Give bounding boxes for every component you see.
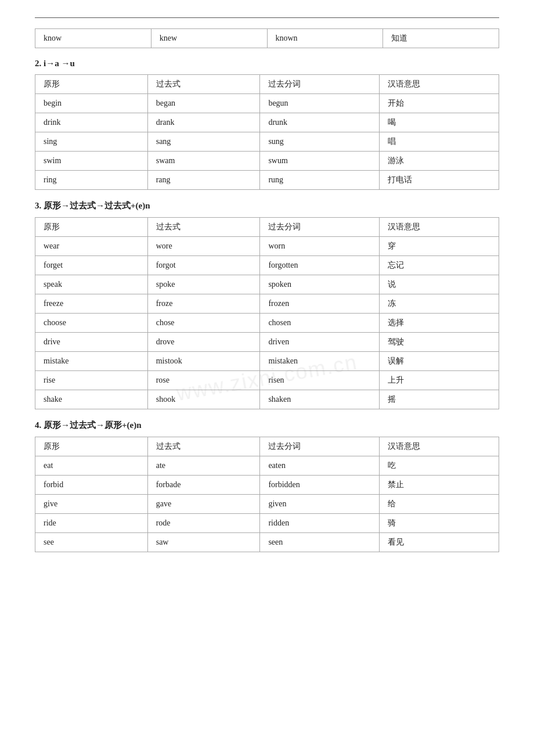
- table-cell: begin: [35, 94, 148, 113]
- section2-title: 2. i→a →u: [35, 59, 499, 69]
- table-cell: drank: [147, 113, 260, 132]
- table-cell: 忘记: [380, 256, 499, 275]
- table-cell: choose: [35, 314, 148, 333]
- table-cell: 开始: [380, 94, 499, 113]
- table-section3: 原形过去式过去分词汉语意思 wearworeworn穿forgetforgotf…: [35, 217, 499, 409]
- table-header-cell: 过去式: [147, 437, 260, 456]
- table-cell: chosen: [260, 314, 380, 333]
- table-cell: eaten: [260, 456, 380, 476]
- table-cell: driven: [260, 333, 380, 352]
- table-header-cell: 过去分词: [260, 218, 380, 237]
- table-cell: ate: [147, 456, 260, 476]
- table-header-cell: 过去式: [147, 75, 260, 94]
- table-cell: 喝: [380, 113, 499, 132]
- table-cell: 给: [380, 495, 499, 514]
- table-cell: 选择: [380, 314, 499, 333]
- table-header-cell: 原形: [35, 218, 148, 237]
- table-cell: seen: [260, 533, 380, 552]
- table-cell: forgotten: [260, 256, 380, 275]
- table-cell: 打电话: [380, 171, 499, 190]
- table-cell: sang: [147, 132, 260, 152]
- table-cell: begun: [260, 94, 380, 113]
- table-cell: drove: [147, 333, 260, 352]
- top-divider: [35, 17, 499, 18]
- table-cell: 游泳: [380, 152, 499, 171]
- table-header-cell: 原形: [35, 75, 148, 94]
- table-cell: wear: [35, 237, 148, 256]
- table-cell: freeze: [35, 294, 148, 314]
- table-cell: 说: [380, 275, 499, 294]
- table-cell: 看见: [380, 533, 499, 552]
- table-header-cell: 汉语意思: [380, 218, 499, 237]
- table-cell: 驾驶: [380, 333, 499, 352]
- table-cell: spoke: [147, 275, 260, 294]
- table-cell: known: [267, 29, 383, 48]
- table-cell: rose: [147, 371, 260, 390]
- table-cell: mistake: [35, 352, 148, 371]
- table-cell: 误解: [380, 352, 499, 371]
- table-cell: began: [147, 94, 260, 113]
- table-cell: chose: [147, 314, 260, 333]
- table-cell: forget: [35, 256, 148, 275]
- table-cell: drive: [35, 333, 148, 352]
- section4-title: 4. 原形→过去式→原形+(e)n: [35, 420, 499, 431]
- section3-title: 3. 原形→过去式→过去式+(e)n: [35, 200, 499, 211]
- table-cell: 穿: [380, 237, 499, 256]
- table-section2: 原形过去式过去分词汉语意思 beginbeganbegun开始drinkdran…: [35, 74, 499, 190]
- table-header-cell: 过去式: [147, 218, 260, 237]
- table-cell: forbidden: [260, 476, 380, 495]
- table-cell: frozen: [260, 294, 380, 314]
- table-cell: sing: [35, 132, 148, 152]
- table-cell: worn: [260, 237, 380, 256]
- table-cell: 唱: [380, 132, 499, 152]
- table-know: knowknewknown知道: [35, 28, 499, 48]
- table-cell: know: [35, 29, 151, 48]
- table-section4: 原形过去式过去分词汉语意思 eatateeaten吃forbidforbadef…: [35, 437, 499, 552]
- table-cell: ride: [35, 514, 148, 533]
- table-cell: knew: [151, 29, 267, 48]
- table-cell: 骑: [380, 514, 499, 533]
- table-cell: froze: [147, 294, 260, 314]
- table-cell: swam: [147, 152, 260, 171]
- table-cell: drunk: [260, 113, 380, 132]
- table-cell: rang: [147, 171, 260, 190]
- table-cell: swim: [35, 152, 148, 171]
- table-header-cell: 过去分词: [260, 437, 380, 456]
- table-cell: see: [35, 533, 148, 552]
- table-cell: shook: [147, 390, 260, 409]
- table-cell: rode: [147, 514, 260, 533]
- table-cell: rise: [35, 371, 148, 390]
- table-cell: shake: [35, 390, 148, 409]
- table-cell: speak: [35, 275, 148, 294]
- table-cell: wore: [147, 237, 260, 256]
- table-cell: given: [260, 495, 380, 514]
- table-cell: spoken: [260, 275, 380, 294]
- table-header-cell: 原形: [35, 437, 148, 456]
- table-cell: rung: [260, 171, 380, 190]
- table-cell: sung: [260, 132, 380, 152]
- table-cell: gave: [147, 495, 260, 514]
- table-cell: 吃: [380, 456, 499, 476]
- table-cell: 知道: [383, 29, 499, 48]
- table-cell: 摇: [380, 390, 499, 409]
- table-cell: ridden: [260, 514, 380, 533]
- table-cell: drink: [35, 113, 148, 132]
- table-cell: forbade: [147, 476, 260, 495]
- table-cell: saw: [147, 533, 260, 552]
- table-cell: shaken: [260, 390, 380, 409]
- table-cell: 上升: [380, 371, 499, 390]
- table-header-cell: 过去分词: [260, 75, 380, 94]
- table-cell: eat: [35, 456, 148, 476]
- table-cell: mistaken: [260, 352, 380, 371]
- table-cell: 冻: [380, 294, 499, 314]
- table-cell: give: [35, 495, 148, 514]
- table-cell: forgot: [147, 256, 260, 275]
- table-cell: swum: [260, 152, 380, 171]
- table-cell: mistook: [147, 352, 260, 371]
- table-cell: ring: [35, 171, 148, 190]
- table-header-cell: 汉语意思: [380, 437, 499, 456]
- table-cell: risen: [260, 371, 380, 390]
- table-cell: 禁止: [380, 476, 499, 495]
- table-header-cell: 汉语意思: [380, 75, 499, 94]
- table-cell: forbid: [35, 476, 148, 495]
